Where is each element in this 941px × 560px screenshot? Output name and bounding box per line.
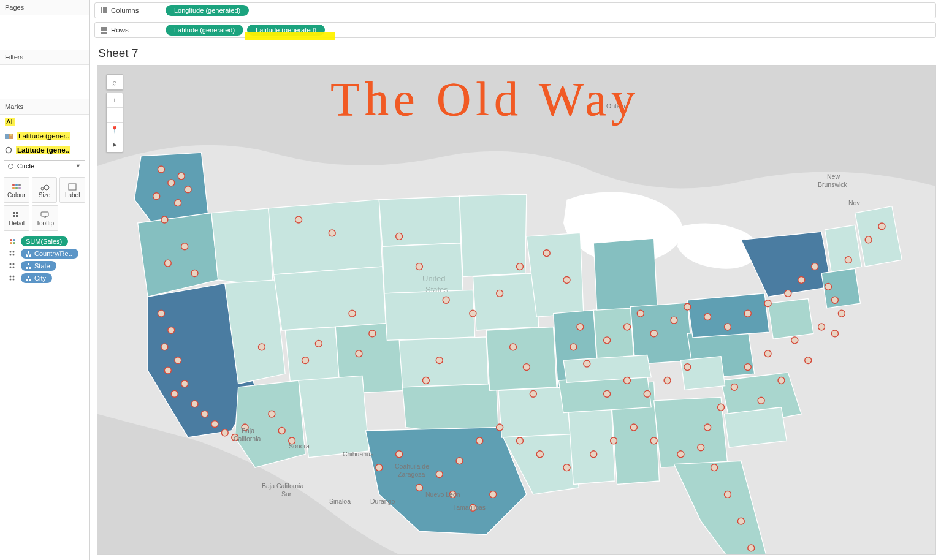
svg-point-137 [644, 390, 650, 397]
svg-point-133 [436, 357, 443, 364]
sum-sales-pill[interactable]: SUM(Sales) [21, 236, 68, 246]
play-icon: ▶ [113, 142, 117, 148]
pin-button[interactable]: 📍 [107, 123, 123, 137]
colour-shelf[interactable]: Colour [4, 177, 29, 203]
svg-point-148 [185, 186, 191, 193]
sheet-title[interactable]: Sheet 7 [90, 44, 941, 65]
marks-tab-latitude-1-label: Latitude (gener.. [17, 132, 70, 140]
mark-type-label: Circle [17, 162, 34, 170]
play-button[interactable]: ▶ [107, 137, 123, 152]
city-pill[interactable]: City [21, 273, 52, 283]
filters-shelf[interactable] [0, 65, 89, 99]
label-coah1: Coahuila de [395, 463, 429, 470]
colour-label: Colour [7, 192, 25, 199]
svg-point-28 [13, 276, 15, 278]
svg-point-27 [10, 276, 12, 278]
svg-point-140 [845, 257, 851, 263]
state-pill[interactable]: State [21, 261, 56, 271]
pages-shelf[interactable] [0, 15, 89, 50]
label-shelf[interactable]: T Label [59, 177, 85, 203]
svg-point-58 [211, 421, 218, 428]
zoom-out-button[interactable]: − [107, 108, 123, 123]
svg-point-29 [10, 279, 12, 281]
svg-point-95 [798, 276, 805, 283]
latitude-pill-1[interactable]: Latitude (generated) [166, 25, 243, 36]
circle-glyph-icon [8, 164, 13, 169]
svg-point-13 [10, 251, 12, 253]
size-shelf[interactable]: Size [32, 177, 58, 203]
map-icon [5, 132, 13, 140]
mark-type-select[interactable]: Circle ▼ [4, 160, 85, 172]
label-label: Label [65, 192, 80, 199]
detail-pill-row-2[interactable]: State [4, 260, 85, 272]
hierarchy-icon-2 [26, 263, 31, 269]
svg-point-56 [191, 401, 198, 407]
svg-point-41 [158, 166, 164, 173]
marks-tab-latitude-2[interactable]: Latitude (gene.. [0, 143, 89, 157]
label-bcs2: Sur [281, 490, 291, 498]
label-icon: T [68, 182, 77, 192]
svg-point-50 [168, 327, 175, 334]
svg-point-4 [41, 187, 44, 190]
svg-point-84 [604, 337, 611, 344]
map-controls: ⌕ + − 📍 ▶ [106, 74, 123, 153]
svg-point-65 [258, 344, 265, 350]
svg-point-109 [725, 491, 731, 498]
svg-point-134 [422, 377, 429, 384]
svg-rect-37 [101, 27, 107, 29]
svg-point-16 [13, 254, 15, 256]
size-label: Size [39, 192, 50, 199]
svg-rect-10 [13, 215, 15, 217]
zoom-in-button[interactable]: + [107, 93, 123, 108]
svg-point-118 [536, 451, 543, 458]
svg-rect-12 [41, 212, 48, 216]
svg-rect-9 [16, 212, 18, 214]
columns-shelf[interactable]: Columns Longitude (generated) [94, 2, 936, 18]
svg-point-142 [878, 223, 885, 230]
svg-point-105 [718, 404, 725, 411]
svg-point-14 [13, 251, 15, 253]
svg-point-115 [611, 437, 617, 444]
detail-pill-row-1[interactable]: Country/Re.. [4, 248, 85, 260]
svg-point-79 [543, 250, 550, 257]
svg-point-57 [202, 411, 208, 417]
svg-point-15 [10, 254, 12, 256]
svg-point-77 [497, 290, 503, 297]
longitude-pill[interactable]: Longitude (generated) [166, 5, 249, 16]
svg-point-117 [563, 464, 570, 471]
svg-point-112 [677, 451, 684, 458]
rows-shelf[interactable]: Rows Latitude (generated) Latitude (gene… [94, 22, 936, 38]
marks-tab-latitude-1[interactable]: Latitude (gener.. [0, 129, 89, 143]
svg-point-131 [510, 344, 517, 350]
plus-icon: + [112, 96, 117, 105]
search-icon: ⌕ [112, 78, 117, 87]
svg-point-86 [637, 310, 644, 317]
label-bcs1: Baja California [262, 482, 303, 490]
detail-pill-row-3[interactable]: City [4, 272, 85, 284]
svg-point-68 [356, 350, 362, 357]
label-nov: Nov [848, 199, 860, 206]
label-nb1: New [827, 173, 840, 180]
country-pill[interactable]: Country/Re.. [21, 249, 78, 259]
svg-point-145 [778, 377, 785, 384]
colour-dots-icon [7, 239, 17, 244]
colour-pill-row[interactable]: SUM(Sales) [4, 235, 85, 248]
detail-shelf[interactable]: Detail [4, 205, 29, 231]
svg-point-71 [329, 230, 335, 236]
svg-rect-36 [105, 7, 107, 13]
svg-point-55 [171, 390, 178, 397]
svg-point-22 [10, 267, 12, 268]
detail-icon [12, 210, 21, 220]
svg-point-3 [6, 148, 12, 153]
map-search-button[interactable]: ⌕ [107, 75, 123, 89]
detail-small-icon [7, 251, 17, 257]
svg-point-127 [490, 491, 497, 498]
svg-point-100 [818, 324, 825, 330]
svg-point-21 [13, 263, 15, 265]
map-view[interactable]: ⌕ + − 📍 ▶ The Old Way [97, 65, 936, 555]
svg-point-103 [744, 364, 751, 371]
svg-point-121 [476, 437, 483, 444]
marks-tab-all[interactable]: All [0, 115, 89, 129]
main-area: Columns Longitude (generated) Rows Latit… [90, 0, 941, 560]
tooltip-shelf[interactable]: Tooltip [32, 205, 58, 231]
